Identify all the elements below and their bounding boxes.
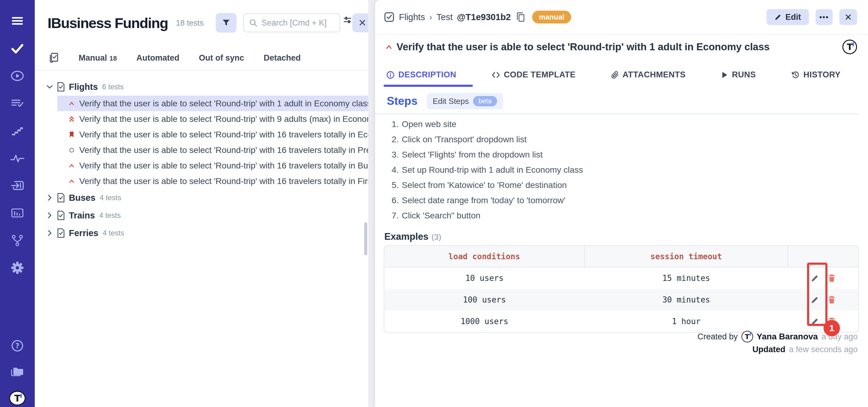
suite-name: Buses — [69, 193, 95, 203]
panel-close-button[interactable]: ✕ — [352, 13, 368, 32]
updated-label: Updated — [752, 345, 785, 354]
delete-row-button[interactable] — [826, 272, 837, 284]
table-header-row: load conditions session timeout — [384, 246, 858, 267]
steps-heading: Steps — [387, 95, 417, 107]
suite-doc-check-icon — [57, 82, 65, 92]
checklist-icon[interactable] — [49, 53, 59, 63]
detail-actions: Edit ••• ✕ — [767, 9, 857, 25]
table-row: 10 users 15 minutes — [384, 267, 858, 289]
suite-row-trains[interactable]: Trains 4 tests — [35, 207, 368, 224]
step-item: 4.Set up Round-trip with 1 adult in Econ… — [392, 162, 868, 178]
priority-high-icon — [385, 44, 392, 50]
breadcrumb-suite[interactable]: Flights — [399, 12, 425, 22]
beta-badge: beta — [473, 96, 497, 106]
project-tests-count: 18 tests — [176, 18, 204, 28]
step-item: 6.Select date range from 'today' to 'tom… — [392, 193, 868, 208]
test-row[interactable]: Verify that the user is able to select '… — [57, 96, 368, 111]
settings-gear-icon[interactable] — [10, 261, 25, 275]
steps-list: 1.Open web site 2.Click on 'Transport' d… — [392, 114, 868, 223]
edit-steps-button[interactable]: Edit Steps beta — [427, 93, 503, 109]
sliders-icon[interactable] — [343, 15, 352, 24]
search-icon — [249, 18, 258, 27]
more-options-button[interactable]: ••• — [815, 9, 833, 25]
tab-code-template[interactable]: CODE TEMPLATE — [492, 70, 576, 87]
test-label: Verify that the user is able to select '… — [79, 177, 368, 186]
edit-button[interactable]: Edit — [767, 9, 809, 25]
cell-timeout: 1 hour — [585, 310, 788, 332]
tab-detached[interactable]: Detached — [264, 53, 301, 63]
code-icon — [492, 71, 500, 79]
test-row[interactable]: Verify that the user is able to select '… — [57, 158, 368, 173]
priority-high-icon — [68, 179, 75, 183]
column-header: session timeout — [585, 246, 788, 267]
cell-load: 100 users — [384, 289, 585, 310]
test-type-tabs: Manual18 Automated Out of sync Detached — [35, 46, 368, 71]
tab-manual[interactable]: Manual18 — [79, 53, 117, 63]
close-detail-button[interactable]: ✕ — [839, 9, 857, 25]
priority-high-icon — [68, 101, 75, 106]
suite-doc-check-icon — [57, 193, 65, 202]
test-row[interactable]: Verify that the user is able to select '… — [57, 142, 368, 158]
tab-out-of-sync[interactable]: Out of sync — [199, 53, 244, 63]
breadcrumb-test-id: @T1e9301b2 — [457, 12, 511, 22]
edit-row-button[interactable] — [809, 272, 821, 284]
import-sign-in-icon[interactable] — [10, 179, 25, 192]
chevron-right-icon[interactable] — [46, 212, 54, 219]
step-item: 7.Click 'Search" button — [392, 208, 868, 223]
edit-row-button[interactable] — [809, 294, 821, 306]
test-plans-list-check-icon[interactable] — [10, 96, 25, 110]
updated-line: Updated a few seconds ago — [752, 345, 858, 354]
test-detail-panel: Flights › Test @T1e9301b2 manual Edit ••… — [375, 0, 868, 407]
test-row[interactable]: Verify that the user is able to select '… — [57, 127, 368, 142]
test-title-row: Verify that the user is able to select '… — [375, 35, 868, 54]
edit-row-button[interactable] — [809, 316, 821, 327]
steps-stairs-icon[interactable] — [10, 124, 25, 138]
column-header-actions — [788, 246, 858, 267]
suite-name: Flights — [69, 82, 98, 92]
testomat-logo-icon[interactable]: T — [10, 391, 25, 405]
funnel-icon — [222, 18, 231, 27]
copy-icon[interactable] — [516, 11, 525, 23]
play-icon — [721, 71, 728, 79]
tab-description[interactable]: DESCRIPTION — [386, 70, 456, 87]
tab-automated[interactable]: Automated — [136, 53, 180, 63]
run-play-circle-icon[interactable] — [10, 69, 25, 83]
analytics-bar-chart-icon[interactable] — [10, 206, 25, 220]
scrollbar-thumb[interactable] — [364, 222, 367, 255]
projects-folder-icon[interactable] — [10, 365, 25, 379]
column-header: load conditions — [384, 246, 585, 267]
menu-icon[interactable] — [10, 14, 25, 28]
detail-tabs: DESCRIPTION CODE TEMPLATE ATTACHMENTS RU… — [386, 70, 841, 87]
step-item: 2.Click on 'Transport' dropdown list — [392, 132, 868, 147]
pulse-activity-icon[interactable] — [10, 151, 25, 165]
suite-doc-check-icon — [57, 228, 65, 238]
test-row[interactable]: Verify that the user is able to select '… — [57, 173, 368, 189]
help-question-icon[interactable]: ? — [10, 339, 25, 353]
filter-button[interactable] — [216, 13, 237, 33]
suite-row-buses[interactable]: Buses 4 tests — [35, 189, 368, 207]
chevron-right-icon[interactable] — [46, 230, 54, 237]
cell-timeout: 15 minutes — [585, 267, 788, 289]
breadcrumb-test-prefix: Test — [436, 12, 453, 22]
pencil-icon — [774, 13, 782, 21]
search-box — [243, 13, 340, 32]
suite-row-ferries[interactable]: Ferries 4 tests — [35, 224, 368, 242]
suite-row-flights[interactable]: Flights 6 tests — [35, 78, 368, 96]
test-label: Verify that the user is able to select '… — [79, 145, 368, 155]
test-label: Verify that the user is able to select '… — [79, 114, 368, 124]
step-item: 5.Select from 'Katowice' to 'Rome' desti… — [392, 178, 868, 193]
testomat-logo: T — [9, 391, 26, 405]
steps-header: Steps Edit Steps beta — [387, 93, 868, 109]
search-input[interactable] — [261, 18, 332, 28]
tab-history[interactable]: HISTORY — [791, 70, 841, 87]
tab-runs[interactable]: RUNS — [721, 70, 756, 87]
chevron-right-icon[interactable] — [46, 194, 54, 201]
chevron-down-icon[interactable] — [46, 85, 54, 89]
tests-check-icon[interactable] — [10, 41, 25, 56]
delete-row-button[interactable] — [826, 294, 837, 306]
priority-highest-icon — [68, 116, 75, 122]
tab-attachments[interactable]: ATTACHMENTS — [611, 70, 686, 87]
suite-count: 4 tests — [103, 229, 124, 237]
test-row[interactable]: Verify that the user is able to select '… — [57, 111, 368, 127]
branches-git-icon[interactable] — [10, 233, 25, 247]
